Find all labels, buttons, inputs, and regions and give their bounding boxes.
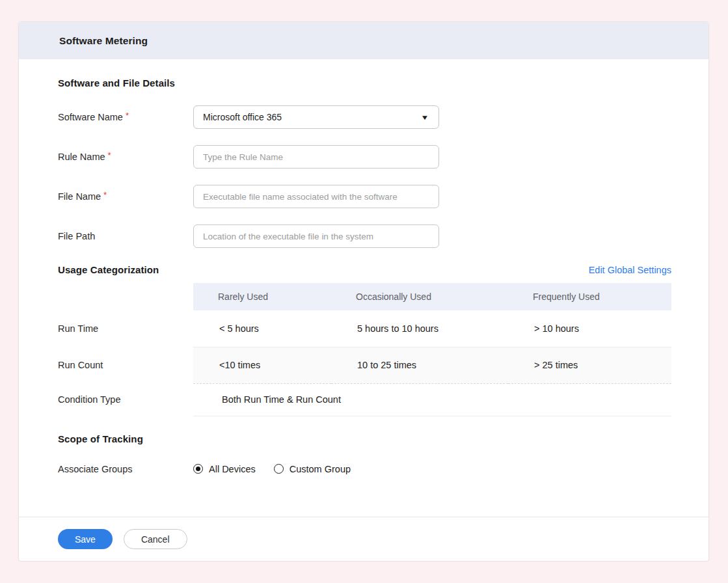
edit-global-settings-link[interactable]: Edit Global Settings: [589, 265, 671, 275]
associate-groups-label: Associate Groups: [58, 464, 193, 474]
file-path-label-text: File Path: [58, 231, 95, 241]
file-name-label-text: File Name: [58, 191, 101, 202]
run-count-rarely-cell: <10 times: [193, 347, 331, 383]
software-name-select[interactable]: Microsoft office 365 ▼: [193, 105, 439, 129]
file-name-input[interactable]: [193, 185, 439, 208]
run-time-rarely-cell: < 5 hours: [193, 310, 331, 347]
section-heading-usage-categorization: Usage Categorization: [58, 264, 159, 275]
usage-table: Rarely Used Occasionally Used Frequently…: [193, 283, 671, 416]
rule-name-label: Rule Name*: [58, 152, 193, 162]
rule-name-input[interactable]: [193, 145, 439, 169]
condition-type-label: Condition Type: [58, 383, 193, 416]
all-devices-label: All Devices: [209, 464, 256, 474]
usage-row-labels: Run Time Run Count Condition Type: [58, 283, 193, 416]
run-count-label: Run Count: [58, 347, 193, 383]
save-button[interactable]: Save: [58, 529, 113, 549]
cancel-button[interactable]: Cancel: [124, 529, 187, 549]
panel-footer: Save Cancel: [19, 517, 708, 561]
header-rarely-used: Rarely Used: [193, 283, 331, 310]
usage-grid: Run Time Run Count Condition Type Rarely…: [58, 283, 671, 416]
software-name-label: Software Name*: [58, 112, 193, 122]
associate-groups-options: All Devices Custom Group: [193, 464, 369, 474]
chevron-down-icon: ▼: [421, 114, 429, 121]
software-name-label-text: Software Name: [58, 112, 123, 122]
file-path-label: File Path: [58, 231, 193, 241]
section-heading-software-file-details: Software and File Details: [58, 77, 671, 88]
radio-option-custom-group[interactable]: Custom Group: [274, 464, 351, 474]
required-asterisk: *: [126, 111, 129, 120]
form-row-rule-name: Rule Name*: [58, 145, 671, 169]
header-occasionally-used: Occasionally Used: [331, 283, 508, 310]
radio-unselected-icon[interactable]: [274, 464, 284, 474]
table-row-run-count: <10 times 10 to 25 times > 25 times: [193, 347, 671, 383]
required-asterisk: *: [103, 190, 107, 200]
software-name-selected-value: Microsoft office 365: [203, 112, 282, 122]
run-time-frequently-cell: > 10 hours: [508, 310, 671, 347]
panel-body: Software and File Details Software Name*…: [19, 59, 708, 517]
associate-groups-row: Associate Groups All Devices Custom Grou…: [58, 464, 671, 474]
form-row-file-path: File Path: [58, 224, 671, 248]
section-heading-scope-of-tracking: Scope of Tracking: [58, 433, 671, 444]
run-count-frequently-cell: > 25 times: [508, 347, 671, 383]
run-time-label: Run Time: [58, 310, 193, 347]
run-time-occasionally-cell: 5 hours to 10 hours: [331, 310, 508, 347]
header-frequently-used: Frequently Used: [508, 283, 671, 310]
table-row-condition-type: Both Run Time & Run Count: [193, 383, 671, 416]
usage-table-header-row: Rarely Used Occasionally Used Frequently…: [193, 283, 671, 310]
radio-option-all-devices[interactable]: All Devices: [193, 464, 256, 474]
table-row-run-time: < 5 hours 5 hours to 10 hours > 10 hours: [193, 310, 671, 347]
run-count-occasionally-cell: 10 to 25 times: [331, 347, 508, 383]
condition-type-value-cell: Both Run Time & Run Count: [193, 383, 671, 416]
radio-selected-icon[interactable]: [193, 464, 203, 474]
custom-group-label: Custom Group: [290, 464, 351, 474]
required-asterisk: *: [108, 150, 111, 160]
form-row-software-name: Software Name* Microsoft office 365 ▼: [58, 105, 671, 129]
file-path-input[interactable]: [193, 224, 439, 248]
rule-name-label-text: Rule Name: [58, 152, 105, 162]
panel-title: Software Metering: [19, 22, 708, 59]
file-name-label: File Name*: [58, 191, 193, 202]
form-row-file-name: File Name*: [58, 185, 671, 208]
software-metering-panel: Software Metering Software and File Deta…: [18, 21, 709, 562]
usage-categorization-header: Usage Categorization Edit Global Setting…: [58, 264, 671, 275]
